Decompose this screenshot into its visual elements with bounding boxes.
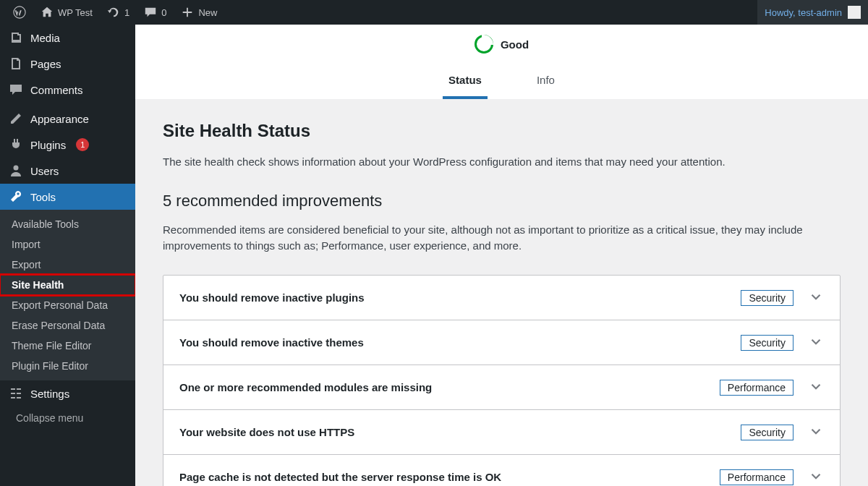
svg-rect-3 <box>17 388 21 390</box>
refresh-icon <box>107 6 120 19</box>
svg-rect-4 <box>11 393 15 394</box>
sidebar-item-plugins[interactable]: Plugins 1 <box>0 132 135 158</box>
issue-badge: Performance <box>720 469 793 485</box>
issue-row[interactable]: One or more recommended modules are miss… <box>163 364 840 409</box>
sidebar-item-users[interactable]: Users <box>0 158 135 184</box>
sidebar-item-media[interactable]: Media <box>0 25 135 51</box>
sidebar-item-appearance[interactable]: Appearance <box>0 106 135 132</box>
svg-rect-7 <box>17 397 21 398</box>
updates-count: 1 <box>124 7 129 18</box>
sidebar-item-tools[interactable]: Tools <box>0 184 135 210</box>
submenu-plugin-file-editor[interactable]: Plugin File Editor <box>0 356 135 376</box>
tab-info[interactable]: Info <box>531 65 561 99</box>
wp-logo-menu[interactable] <box>6 0 33 25</box>
home-icon <box>41 6 54 19</box>
updates-link[interactable]: 1 <box>100 0 137 25</box>
site-name: WP Test <box>58 7 93 18</box>
comment-icon <box>144 6 157 19</box>
chevron-down-icon <box>808 468 824 486</box>
wordpress-icon <box>13 6 26 19</box>
tab-status[interactable]: Status <box>443 65 488 99</box>
chevron-down-icon <box>808 333 824 351</box>
issue-row[interactable]: You should remove inactive plugins Secur… <box>163 276 840 320</box>
sidebar-item-pages[interactable]: Pages <box>0 51 135 77</box>
recommended-description: Recommended items are considered benefic… <box>163 222 841 254</box>
site-health-tabs: Status Info <box>135 65 868 99</box>
submenu-site-health[interactable]: Site Health <box>0 275 135 295</box>
sidebar-item-comments[interactable]: Comments <box>0 77 135 103</box>
submenu-import[interactable]: Import <box>0 234 135 255</box>
new-content-link[interactable]: New <box>174 0 224 25</box>
issue-title: You should remove inactive themes <box>179 336 741 349</box>
site-link[interactable]: WP Test <box>33 0 100 25</box>
submenu-erase-personal-data[interactable]: Erase Personal Data <box>0 315 135 336</box>
issue-title: You should remove inactive plugins <box>179 291 741 304</box>
svg-rect-6 <box>11 397 15 398</box>
comments-count: 0 <box>161 7 166 18</box>
issue-row[interactable]: You should remove inactive themes Securi… <box>163 320 840 364</box>
site-health-header: Good Status Info <box>135 25 868 99</box>
issue-badge: Security <box>741 290 793 306</box>
users-icon <box>9 163 23 178</box>
plugins-icon <box>9 137 23 152</box>
page-description: The site health check shows information … <box>163 154 841 170</box>
admin-toolbar: WP Test 1 0 New Howdy, test-admin <box>0 0 868 25</box>
plus-icon <box>181 6 194 19</box>
chevron-down-icon <box>808 289 824 307</box>
issue-badge: Performance <box>720 380 793 396</box>
tools-icon <box>9 189 23 204</box>
plugins-update-badge: 1 <box>76 138 89 151</box>
svg-point-1 <box>14 166 19 171</box>
submenu-theme-file-editor[interactable]: Theme File Editor <box>0 336 135 356</box>
recommended-accordion: You should remove inactive plugins Secur… <box>163 275 841 486</box>
issue-badge: Security <box>741 335 793 351</box>
comments-icon <box>9 82 23 97</box>
new-label: New <box>198 7 217 18</box>
svg-rect-2 <box>11 388 15 390</box>
svg-rect-5 <box>17 393 21 394</box>
admin-sidebar: Media Pages Comments Appearance Plugins … <box>0 25 135 486</box>
issue-title: One or more recommended modules are miss… <box>179 381 720 393</box>
page-title: Site Health Status <box>163 121 841 141</box>
health-indicator: Good <box>135 35 868 54</box>
recommended-title: 5 recommended improvements <box>163 192 841 210</box>
submenu-export[interactable]: Export <box>0 255 135 275</box>
settings-icon <box>9 386 23 401</box>
content-area: Good Status Info Site Health Status The … <box>135 25 868 486</box>
media-icon <box>9 30 23 45</box>
submenu-export-personal-data[interactable]: Export Personal Data <box>0 295 135 315</box>
issue-badge: Security <box>741 425 793 440</box>
chevron-down-icon <box>808 423 824 441</box>
sidebar-item-settings[interactable]: Settings <box>0 380 135 406</box>
appearance-icon <box>9 111 23 126</box>
howdy-text: Howdy, test-admin <box>765 7 842 18</box>
issue-title: Page cache is not detected but the serve… <box>179 471 720 483</box>
pages-icon <box>9 56 23 71</box>
chevron-down-icon <box>808 378 824 396</box>
progress-ring-icon <box>475 35 493 54</box>
issue-title: Your website does not use HTTPS <box>179 426 741 438</box>
tools-submenu: Available Tools Import Export Site Healt… <box>0 210 135 380</box>
submenu-available-tools[interactable]: Available Tools <box>0 214 135 234</box>
issue-row[interactable]: Your website does not use HTTPS Security <box>163 409 840 454</box>
account-menu[interactable]: Howdy, test-admin <box>757 0 868 25</box>
avatar <box>848 6 861 19</box>
comments-link[interactable]: 0 <box>137 0 174 25</box>
collapse-menu-button[interactable]: Collapse menu <box>0 406 135 430</box>
health-status-text: Good <box>501 38 529 51</box>
issue-row[interactable]: Page cache is not detected but the serve… <box>163 454 840 486</box>
